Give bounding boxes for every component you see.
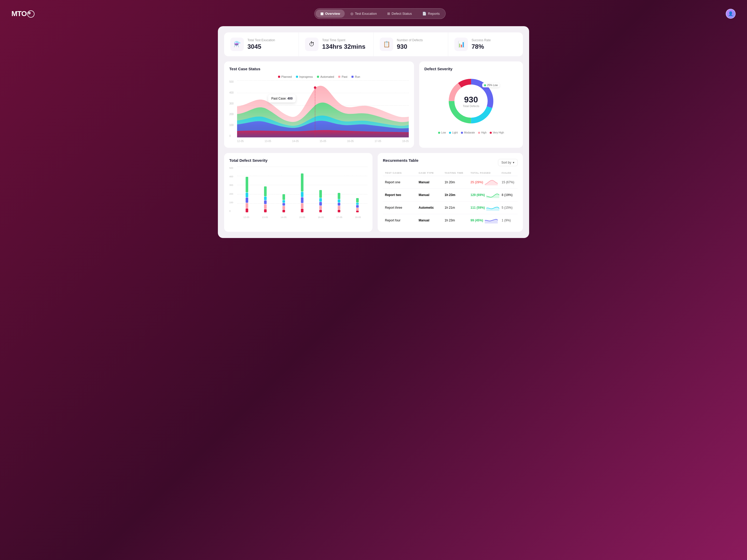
row3-sparkline [486, 205, 499, 211]
inprogress-dot [296, 76, 298, 78]
legend-very-high: Very High [490, 131, 504, 134]
donut-center: 930 Total Defects [463, 95, 479, 108]
logo-text: MTO [11, 9, 27, 18]
bar-chart-groups [237, 167, 367, 212]
legend-planned-label: Planned [281, 75, 292, 78]
time-icon: ⏱ [305, 37, 318, 51]
donut-wrapper: 930 Total Defects 25% Low [445, 75, 497, 127]
legend-high: High [478, 131, 487, 134]
legend-past: Past [338, 75, 347, 78]
row4-type: Manual [419, 218, 444, 222]
tooltip-label: Past Case: [271, 97, 287, 100]
nav-reports[interactable]: 📄 Reports [418, 9, 444, 18]
bottom-grid: Total Defect Severity 5004003002001000 [224, 153, 523, 232]
high-dot [478, 132, 480, 134]
bar-segments-2 [264, 186, 267, 212]
defect-severity-panel: Defect Severity [419, 61, 523, 148]
donut-container: 930 Total Defects 25% Low Low [424, 75, 518, 134]
automated-dot [317, 76, 319, 78]
row2-type: Manual [419, 193, 444, 197]
bar-segments-6 [338, 193, 340, 212]
light-dot [449, 132, 451, 134]
donut-label: Total Defects [463, 105, 479, 108]
requirements-table: TEST CASES CASE TYPE TASTING TIME TOTAL … [383, 170, 518, 226]
main-nav: ▦ Overview ◎ Test Exucation ⊞ Defect Sta… [314, 8, 446, 19]
moderate-dot [461, 132, 463, 134]
table-row: Report two Manual 1h 23m 129 (69%) 8 (19… [383, 189, 518, 202]
stat-defects: 📋 Number of Defects 930 [374, 32, 448, 56]
row1-time: 1h 20m [444, 181, 470, 184]
row1-sparkline [485, 179, 498, 185]
col-failed: FAILED [501, 171, 522, 174]
bar-segments-5 [319, 189, 322, 212]
row3-type: Autometic [419, 206, 444, 210]
low-dot [438, 132, 440, 134]
bar-group-4 [295, 174, 310, 212]
bar-y-labels: 5004003002001000 [229, 167, 237, 212]
col-case-type: CASE TYPE [419, 171, 444, 174]
row1-passed: 25 (29%) [470, 179, 501, 185]
tooltip-value: 400 [287, 97, 292, 100]
row2-passed: 129 (69%) [470, 192, 501, 198]
stat-time-label: Total Time Spent [322, 38, 365, 42]
nav-overview-label: Overview [325, 12, 340, 16]
legend-automated: Automated [317, 75, 334, 78]
run-dot [352, 76, 354, 78]
legend-inprogress-label: Inprogress [299, 75, 313, 78]
stat-defects-value: 930 [397, 43, 423, 50]
nav-test-execution[interactable]: ◎ Test Exucation [346, 9, 382, 18]
row1-type: Manual [419, 181, 444, 184]
chevron-down-icon: ▾ [513, 161, 514, 164]
nav-reports-label: Reports [428, 12, 440, 16]
test-case-panel: Test Case Status Planned Inprogress Auto… [224, 61, 414, 148]
legend-automated-label: Automated [320, 75, 334, 78]
bar-group-2 [258, 186, 273, 212]
nav-defect-status[interactable]: ⊞ Defect Status [383, 9, 416, 18]
row3-passed-val: 111 (59%) [470, 206, 485, 210]
row4-name: Report four [385, 218, 419, 222]
bar-seg-purple [246, 197, 248, 203]
chart-tooltip: Past Case: 400 [268, 95, 296, 102]
chart-legend: Planned Inprogress Automated Past Run [229, 75, 409, 78]
row2-time: 1h 23m [444, 193, 470, 197]
bar-seg-pink [246, 203, 248, 208]
nav-overview[interactable]: ▦ Overview [316, 9, 345, 18]
logo: MTO⊕ [11, 9, 34, 18]
row3-passed: 111 (59%) [470, 205, 501, 211]
table-row: Report one Manual 1h 20m 25 (29%) 15 (67… [383, 176, 518, 189]
sort-button[interactable]: Sort by ▾ [498, 159, 518, 166]
legend-moderate: Modarate [461, 131, 475, 134]
bar-seg-red [246, 209, 248, 212]
bar-group-6 [332, 193, 346, 212]
col-tasting-time: TASTING TIME [444, 171, 470, 174]
very-high-dot [490, 132, 492, 134]
bar-seg-cyan [246, 193, 248, 197]
legend-run: Run [352, 75, 360, 78]
test-case-chart: 5004003002001000 [229, 80, 409, 142]
bar-group-5 [313, 189, 328, 212]
bar-segments-1 [246, 176, 248, 212]
avatar[interactable]: 👤 [726, 9, 736, 19]
bar-chart-area: 5004003002001000 [229, 167, 367, 218]
row2-sparkline [486, 192, 499, 198]
test-icon: ◎ [351, 12, 353, 16]
legend-inprogress: Inprogress [296, 75, 313, 78]
stats-row: ⚗️ Total Test Exucation 3045 ⏱ Total Tim… [224, 32, 523, 56]
bar-group-3 [277, 194, 291, 212]
donut-legend: Low Light Modarate High [438, 131, 504, 134]
stat-success: 📊 Success Rate 78% [448, 32, 523, 56]
row3-failed: 5 (15%) [501, 206, 522, 210]
row1-failed: 15 (67%) [501, 181, 522, 184]
stat-total-test: ⚗️ Total Test Exucation 3045 [224, 32, 299, 56]
bar-segments-7 [356, 198, 359, 212]
row3-name: Report three [385, 206, 419, 210]
legend-low: Low [438, 131, 446, 134]
test-execution-icon: ⚗️ [230, 37, 244, 51]
table-row: Report four Manual 1h 23m 99 (45%) 1 (9%… [383, 214, 518, 226]
nav-test-label: Test Exucation [355, 12, 377, 16]
nav-defect-label: Defect Status [392, 12, 412, 16]
table-row: Report three Autometic 1h 21m 111 (59%) … [383, 202, 518, 214]
test-case-title: Test Case Status [229, 66, 409, 71]
x-axis-labels: 12-0513-0514-0515-0516-0517-0518-05 [237, 140, 409, 142]
row2-name: Report two [385, 193, 419, 197]
